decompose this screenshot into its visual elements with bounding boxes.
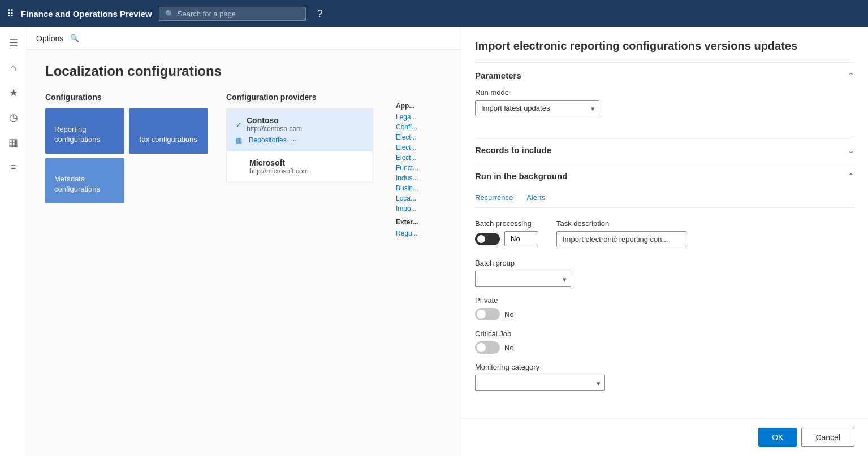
batch-processing-toggle[interactable]: [475, 233, 500, 245]
sidebar-item-favorites[interactable]: ★: [2, 81, 25, 104]
main-layout: ☰ ⌂ ★ ◷ ▦ ≡ Options 🔍 Localization confi…: [0, 27, 868, 456]
options-label: Options: [36, 34, 63, 43]
favorites-icon: ★: [9, 86, 18, 99]
menu-icon: ☰: [9, 37, 18, 49]
relation-link-elect2[interactable]: Elect...: [396, 142, 438, 153]
tab-recurrence[interactable]: Recurrence: [475, 189, 522, 207]
run-mode-select-wrapper: Import latest updates Import all updates…: [475, 100, 599, 116]
run-background-header[interactable]: Run in the background ⌃: [475, 163, 854, 189]
repositories-icon: ▥: [236, 136, 242, 144]
tax-config-tile[interactable]: Tax configurations: [129, 108, 208, 154]
microsoft-url: http://microsoft.com: [249, 167, 309, 175]
batch-processing-group: Batch processing: [475, 219, 538, 246]
relation-link-legal[interactable]: Lega...: [396, 112, 438, 122]
ok-button[interactable]: OK: [758, 428, 797, 447]
monitoring-group: Monitoring category: [475, 363, 854, 391]
sidebar-item-recent[interactable]: ◷: [2, 106, 25, 129]
batch-processing-value[interactable]: [504, 231, 538, 246]
home-icon: ⌂: [10, 62, 16, 74]
relation-section: App... Lega... Confi... Elect... Elect..…: [391, 93, 443, 243]
relation-link-indus[interactable]: Indus...: [396, 173, 438, 183]
help-icon[interactable]: ?: [317, 8, 323, 20]
batch-group-group: Batch group: [475, 259, 854, 287]
run-background-section: Run in the background ⌃ Recurrence Alert…: [475, 163, 854, 411]
app-title: Finance and Operations Preview: [21, 9, 152, 19]
relation-link-confi[interactable]: Confi...: [396, 122, 438, 132]
parameters-chevron-icon: ⌃: [848, 71, 854, 80]
providers-section-title: Configuration providers: [226, 93, 373, 102]
modules-icon: ≡: [11, 162, 16, 172]
sidebar-item-menu[interactable]: ☰: [2, 32, 25, 54]
config-tiles: Reporting configurations Tax configurati…: [45, 108, 208, 203]
workspaces-icon: ▦: [8, 136, 18, 149]
run-background-title: Run in the background: [475, 171, 567, 181]
monitoring-select[interactable]: [475, 375, 605, 391]
contoso-actions[interactable]: ▥ Repositories ···: [236, 133, 364, 144]
reporting-config-tile[interactable]: Reporting configurations: [45, 108, 124, 154]
sidebar-item-home[interactable]: ⌂: [2, 57, 25, 79]
batch-group-label: Batch group: [475, 259, 854, 267]
relation-link-busin[interactable]: Busin...: [396, 183, 438, 193]
parameters-section-header[interactable]: Parameters ⌃: [475, 63, 854, 88]
relation-link-impo[interactable]: Impo...: [396, 203, 438, 214]
private-label: Private: [475, 296, 854, 305]
records-section-title: Records to include: [475, 145, 551, 155]
records-chevron-icon: ⌄: [848, 146, 854, 155]
critical-job-toggle[interactable]: [475, 341, 500, 354]
run-background-content: Recurrence Alerts Batch processing: [475, 189, 854, 411]
relation-link-elect1[interactable]: Elect...: [396, 132, 438, 142]
private-toggle-group: No: [475, 308, 854, 320]
providers-list: ✓ Contoso http://contoso.com ▥ Repositor…: [226, 108, 373, 183]
relation-link-funct[interactable]: Funct...: [396, 163, 438, 173]
run-mode-group: Run mode Import latest updates Import al…: [475, 88, 854, 116]
critical-job-value: No: [504, 344, 514, 352]
panel-title: Import electronic reporting configuratio…: [475, 38, 854, 53]
providers-section: Configuration providers ✓ Contoso http:/…: [226, 93, 373, 243]
tab-alerts[interactable]: Alerts: [526, 189, 554, 207]
recent-icon: ◷: [9, 111, 18, 124]
critical-job-group: Critical Job No: [475, 329, 854, 354]
sidebar-item-modules[interactable]: ≡: [2, 156, 25, 179]
search-box[interactable]: 🔍 Search for a page: [159, 7, 306, 21]
contoso-check-icon: ✓: [236, 120, 242, 129]
configurations-section-title: Configurations: [45, 93, 208, 102]
parameters-section: Parameters ⌃ Run mode Import latest upda…: [475, 62, 854, 137]
critical-job-toggle-group: No: [475, 341, 854, 354]
parameters-section-title: Parameters: [475, 71, 521, 80]
content-area: Options 🔍 Localization configurations Co…: [27, 27, 461, 456]
relation-link-elect3[interactable]: Elect...: [396, 153, 438, 163]
tabs-row: Recurrence Alerts: [475, 189, 854, 208]
records-section-header[interactable]: Records to include ⌄: [475, 137, 854, 163]
batch-group-select-wrapper: [475, 271, 571, 287]
private-toggle[interactable]: [475, 308, 500, 320]
relation-link-regu[interactable]: Regu...: [396, 228, 438, 238]
search-icon: 🔍: [165, 10, 174, 18]
cancel-button[interactable]: Cancel: [801, 428, 854, 447]
right-panel: Import electronic reporting configuratio…: [461, 27, 868, 456]
run-mode-select[interactable]: Import latest updates Import all updates…: [475, 100, 599, 116]
parameters-content: Run mode Import latest updates Import al…: [475, 88, 854, 137]
contoso-name: Contoso: [247, 116, 302, 125]
grid-icon[interactable]: ⠿: [7, 7, 14, 20]
config-row-1: Reporting configurations Tax configurati…: [45, 108, 208, 154]
microsoft-name: Microsoft: [249, 158, 309, 167]
monitoring-wrapper: [475, 375, 605, 391]
task-description-group: Task description: [556, 219, 686, 247]
configurations-section: Configurations Reporting configurations …: [45, 93, 208, 243]
private-group: Private No: [475, 296, 854, 320]
relation-link-loca[interactable]: Loca...: [396, 193, 438, 203]
critical-job-label: Critical Job: [475, 329, 854, 338]
provider-microsoft[interactable]: Microsoft http://microsoft.com: [227, 151, 373, 182]
config-row-2: Metadata configurations: [45, 158, 208, 203]
batch-group-select[interactable]: [475, 271, 571, 287]
run-mode-label: Run mode: [475, 88, 854, 97]
options-search-icon[interactable]: 🔍: [70, 34, 79, 42]
page-title: Localization configurations: [45, 63, 443, 79]
search-placeholder: Search for a page: [178, 10, 236, 18]
run-background-chevron-icon: ⌃: [848, 172, 854, 181]
task-description-input[interactable]: [556, 231, 686, 247]
sidebar-item-workspaces[interactable]: ▦: [2, 131, 25, 154]
metadata-config-tile[interactable]: Metadata configurations: [45, 158, 124, 203]
provider-contoso[interactable]: ✓ Contoso http://contoso.com ▥ Repositor…: [227, 109, 373, 151]
private-value: No: [504, 310, 514, 319]
